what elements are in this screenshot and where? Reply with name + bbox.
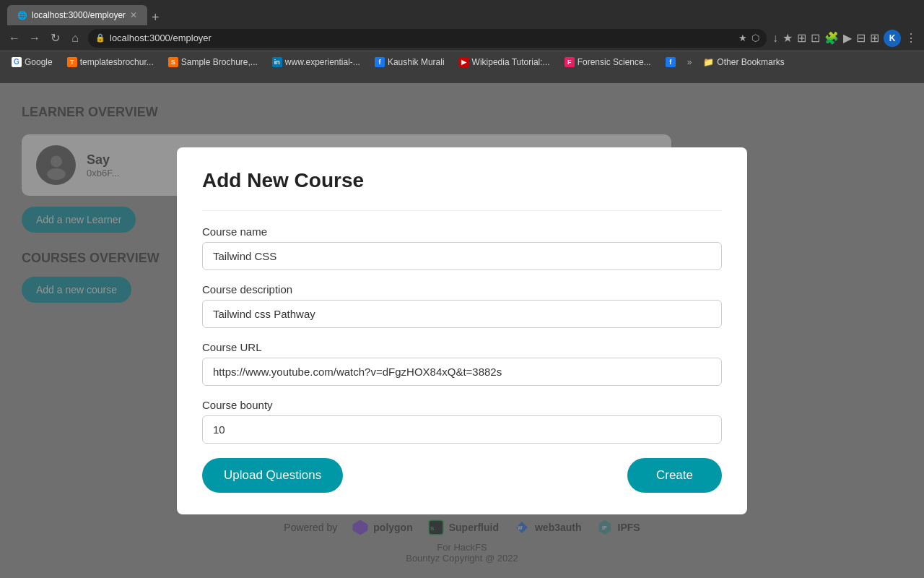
upload-questions-button[interactable]: Upload Questions — [202, 458, 343, 493]
course-bounty-label: Course bounty — [202, 399, 722, 411]
add-course-modal: Add New Course Course name Course descri… — [177, 147, 747, 514]
bookmark-wikipedia[interactable]: ▶ Wikipedia Tutorial:... — [453, 56, 556, 69]
bookmark-wikipedia-label: Wikipedia Tutorial:... — [472, 57, 550, 67]
bookmark-other-label: Other Bookmarks — [717, 57, 784, 67]
forward-button[interactable]: → — [27, 31, 42, 46]
course-url-group: Course URL — [202, 341, 722, 386]
course-description-input[interactable] — [202, 300, 722, 328]
modal-overlay: Add New Course Course name Course descri… — [0, 83, 924, 578]
tab-label: localhost:3000/employer — [32, 10, 126, 20]
course-url-input[interactable] — [202, 358, 722, 386]
bookmark-sample-label: Sample Brochure,... — [181, 57, 258, 67]
refresh-button[interactable]: ↻ — [48, 31, 62, 46]
profile-avatar[interactable]: K — [884, 30, 901, 47]
bookmarks-bar: G Google T templatesbrochur... S Sample … — [0, 51, 924, 72]
active-tab[interactable]: 🌐 localhost:3000/employer ✕ — [7, 5, 147, 25]
nav-bar: ← → ↻ ⌂ 🔒 localhost:3000/employer ★ ⬡ ↓ … — [0, 25, 924, 51]
bookmark-fb[interactable]: f — [660, 56, 681, 69]
course-name-label: Course name — [202, 225, 722, 238]
bookmark-other[interactable]: 📁 Other Bookmarks — [697, 56, 790, 69]
bookmark-linkedin[interactable]: in www.experiential-... — [266, 56, 366, 69]
bookmark-templates-label: templatesbrochur... — [80, 57, 154, 67]
bookmark-linkedin-label: www.experiential-... — [285, 57, 360, 67]
url-display: localhost:3000/employer — [110, 33, 212, 43]
bookmark-kaushik[interactable]: f Kaushik Murali — [369, 56, 450, 69]
modal-title: Add New Course — [202, 169, 722, 192]
course-bounty-group: Course bounty — [202, 399, 722, 444]
tabs-bar: 🌐 localhost:3000/employer ✕ + — [0, 0, 924, 25]
modal-separator — [202, 210, 722, 211]
create-button[interactable]: Create — [627, 458, 722, 493]
browser-chrome: 🌐 localhost:3000/employer ✕ + ← → ↻ ⌂ 🔒 … — [0, 0, 924, 83]
bookmark-sample[interactable]: S Sample Brochure,... — [162, 56, 263, 69]
bookmark-kaushik-label: Kaushik Murali — [388, 57, 445, 67]
bookmark-google[interactable]: G Google — [6, 56, 58, 69]
page-content: LEARNER OVERVIEW Say 0xb6F... Delete Add… — [0, 83, 924, 578]
course-name-input[interactable] — [202, 242, 722, 270]
course-url-label: Course URL — [202, 341, 722, 353]
course-description-group: Course description — [202, 283, 722, 328]
course-bounty-input[interactable] — [202, 415, 722, 444]
bookmark-google-label: Google — [25, 57, 53, 67]
home-button[interactable]: ⌂ — [68, 31, 82, 46]
modal-actions: Upload Questions Create — [202, 458, 722, 493]
bookmark-templates[interactable]: T templatesbrochur... — [61, 56, 160, 69]
browser-actions: ↓ ★ ⊞ ⊡ 🧩 ▶ ⊟ ⊞ K ⋮ — [772, 30, 917, 47]
address-bar[interactable]: 🔒 localhost:3000/employer ★ ⬡ — [88, 29, 767, 48]
course-description-label: Course description — [202, 283, 722, 296]
bookmark-forensic[interactable]: F Forensic Science... — [559, 56, 657, 69]
bookmark-forensic-label: Forensic Science... — [578, 57, 651, 67]
back-button[interactable]: ← — [7, 31, 22, 46]
course-name-group: Course name — [202, 225, 722, 270]
